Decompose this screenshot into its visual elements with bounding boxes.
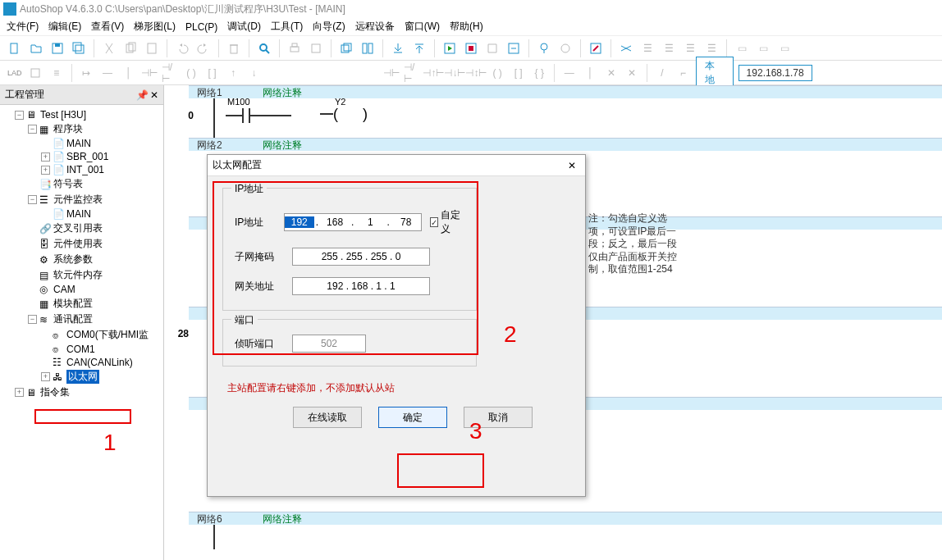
tool-g-icon[interactable]: ▭ [775,39,794,58]
tool-a-icon[interactable]: ☰ [638,39,657,58]
lad-icon[interactable]: LAD [5,63,25,83]
compile-icon[interactable] [504,39,524,58]
rung6-body[interactable] [213,525,934,549]
delete-icon[interactable] [224,39,244,58]
tree-ethernet[interactable]: +🖧以太网 [41,369,162,385]
print-icon[interactable] [285,39,304,58]
menu-plc[interactable]: PLC(P) [185,21,217,33]
tree-monitor-main[interactable]: 📄MAIN [41,207,162,221]
contact-m100[interactable]: M100 [226,108,291,123]
il-icon[interactable]: ≡ [47,63,66,83]
tool-e-icon[interactable]: ▭ [732,39,752,58]
sym-a-icon[interactable]: ⊣⊢ [382,63,401,83]
tool-f-icon[interactable]: ▭ [753,39,773,58]
force-icon[interactable] [556,39,575,58]
tool-d-icon[interactable]: ☰ [702,39,721,58]
mask-input[interactable]: 255 . 255 . 255 . 0 [292,248,430,266]
compare-icon[interactable] [482,39,502,58]
tree-module-config[interactable]: ▦模块配置 [28,296,162,312]
custom-checkbox[interactable]: ✓ 自定义 [430,208,464,236]
monitor-icon[interactable] [534,39,554,58]
run-icon[interactable] [440,39,460,58]
tree-com0[interactable]: ⌾COM0(下载/HMI监 [41,327,162,343]
menu-window[interactable]: 窗口(W) [405,20,440,34]
rung2-header[interactable]: 网络2 网络注释 [189,138,942,151]
close-panel-icon[interactable]: ✕ [150,89,158,101]
menu-file[interactable]: 文件(F) [7,20,39,34]
download-icon[interactable] [388,39,408,58]
menu-edit[interactable]: 编辑(E) [48,20,81,34]
sym-b-icon[interactable]: ⊣/⊢ [403,63,423,83]
rung1-body[interactable]: M100 Y2 () [213,98,934,138]
not-icon[interactable]: ⌐ [674,63,693,83]
stop-icon[interactable] [461,39,481,58]
line-v-icon[interactable]: │ [581,63,601,83]
func-icon[interactable]: [ ] [203,63,222,83]
sym-d-icon[interactable]: ⊣↓⊢ [445,63,464,83]
tree-softmem[interactable]: ▤软元件内存 [28,267,162,283]
settings-icon[interactable] [616,39,636,58]
save-all-icon[interactable] [69,39,89,58]
window-tile-icon[interactable] [358,39,377,58]
menu-help[interactable]: 帮助(H) [450,20,483,34]
tree-symbol-table[interactable]: 📑符号表 [28,176,162,192]
hline-icon[interactable]: — [98,63,117,83]
sym-e-icon[interactable]: ⊣↕⊢ [466,63,486,83]
del-v-icon[interactable]: ✕ [623,63,642,83]
sym-c-icon[interactable]: ⊣↑⊢ [423,63,443,83]
listen-port-input[interactable] [292,335,366,353]
tree-root[interactable]: −🖥Test [H3U] [15,108,162,121]
cursor-icon[interactable]: ↦ [77,63,97,83]
rung1-header[interactable]: 网络1 网络注释 [189,85,942,98]
sym-g-icon[interactable]: [ ] [509,63,528,83]
edit-mode-icon[interactable] [586,39,606,58]
search-icon[interactable] [254,39,274,58]
read-online-button[interactable]: 在线读取 [293,407,362,428]
coil-icon[interactable]: ( ) [181,63,201,83]
paste-icon[interactable] [142,39,162,58]
invert-icon[interactable]: / [652,63,672,83]
cancel-button[interactable]: 取消 [464,407,533,428]
tool-b-icon[interactable]: ☰ [659,39,679,58]
menu-ladder[interactable]: 梯形图(L) [134,20,176,34]
tree-comm-config[interactable]: −≋通讯配置 [28,312,162,327]
dialog-titlebar[interactable]: 以太网配置 ✕ [208,155,585,176]
contact-icon[interactable]: ⊣⊢ [139,63,159,83]
connection-mode[interactable]: 本地 [696,57,733,89]
tree-xref[interactable]: 🔗交叉引用表 [28,221,162,236]
tree-monitor-table[interactable]: −☰元件监控表 [28,192,162,207]
tree-usage[interactable]: 🗄元件使用表 [28,236,162,252]
tree-params[interactable]: ⚙系统参数 [28,252,162,267]
print-preview-icon[interactable] [306,39,326,58]
copy-icon[interactable] [121,39,140,58]
ip-input[interactable]: 192. 168. 1. 78 [284,213,422,231]
upload-icon[interactable] [409,39,429,58]
contact-n-icon[interactable]: ⊣/⊢ [161,63,181,83]
ip-octet-2[interactable]: 168 [320,216,350,228]
rise-icon[interactable]: ↑ [223,63,243,83]
coil-y2[interactable]: Y2 () [320,108,368,120]
redo-icon[interactable] [194,39,213,58]
ip-octet-1[interactable]: 192 [285,216,314,228]
ip-octet-3[interactable]: 1 [355,216,385,228]
save-icon[interactable] [48,39,67,58]
window-cascade-icon[interactable] [336,39,356,58]
open-file-icon[interactable] [26,39,46,58]
tree-can[interactable]: ☷CAN(CANLink) [41,356,162,369]
tree-program-block[interactable]: −▦程序块 [28,121,162,137]
tool-c-icon[interactable]: ☰ [680,39,700,58]
tree-int[interactable]: +📄INT_001 [41,163,162,176]
line-h-icon[interactable]: — [560,63,579,83]
cut-icon[interactable] [99,39,119,58]
tree-cam[interactable]: ◎CAM [28,283,162,296]
ok-button[interactable]: 确定 [378,407,447,428]
menu-debug[interactable]: 调试(D) [227,20,261,34]
tree-instruction-set[interactable]: +🖥指令集 [15,385,162,400]
tree-com1[interactable]: ⌾COM1 [41,343,162,356]
connection-ip[interactable]: 192.168.1.78 [739,65,812,81]
sym-h-icon[interactable]: { } [529,63,549,83]
pin-icon[interactable]: 📌 [136,89,144,98]
new-file-icon[interactable] [5,39,25,58]
ip-octet-4[interactable]: 78 [391,216,421,228]
menu-remote[interactable]: 远程设备 [355,20,395,34]
